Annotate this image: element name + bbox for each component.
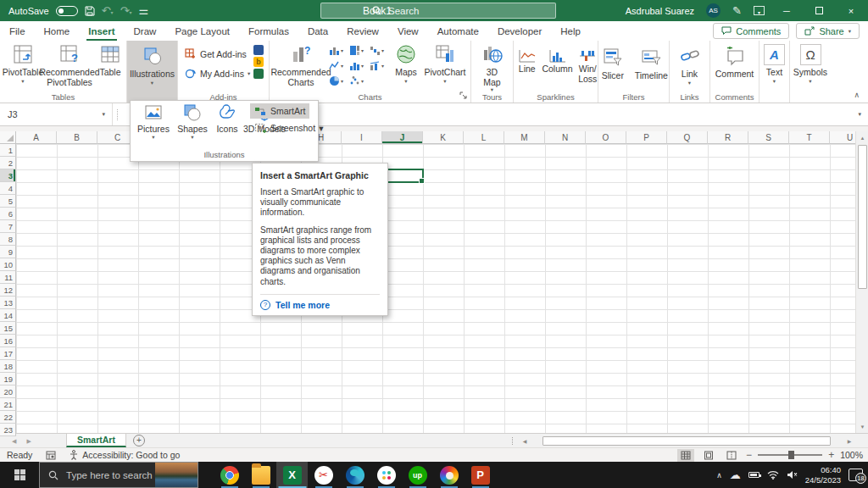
- ribbon-tab[interactable]: Draw: [125, 21, 166, 41]
- pivottable-button[interactable]: PivotTable ▾: [3, 41, 43, 85]
- slicer-button[interactable]: Slicer: [598, 44, 627, 80]
- onedrive-cloud-icon[interactable]: ☁: [730, 469, 741, 481]
- row-header[interactable]: 18: [0, 360, 16, 373]
- minimize-button[interactable]: ─: [776, 0, 797, 21]
- ribbon-tab[interactable]: View: [388, 21, 428, 41]
- insert-line-chart-button[interactable]: ▾: [329, 58, 349, 73]
- column-header[interactable]: O: [586, 131, 626, 144]
- column-header[interactable]: T: [789, 131, 830, 144]
- customize-quick-access-toolbar-icon[interactable]: ⚌: [139, 5, 149, 16]
- insert-waterfall-chart-button[interactable]: ▾: [370, 43, 390, 58]
- row-header[interactable]: 17: [0, 347, 16, 360]
- sheet-tab-smartart[interactable]: SmartArt: [66, 434, 126, 447]
- row-header[interactable]: 20: [0, 385, 16, 398]
- zoom-level[interactable]: 100%: [840, 450, 863, 460]
- scroll-left-icon[interactable]: ◀: [519, 435, 531, 446]
- column-header[interactable]: J: [382, 131, 423, 144]
- accessibility-status[interactable]: Accessibility: Good to go: [70, 450, 180, 460]
- sheet-grid[interactable]: [16, 144, 855, 433]
- row-header[interactable]: 12: [0, 284, 16, 297]
- column-header[interactable]: K: [423, 131, 464, 144]
- column-header[interactable]: N: [545, 131, 586, 144]
- taskbar-search-input[interactable]: Type here to search: [39, 462, 198, 488]
- share-button[interactable]: Share ▾: [796, 23, 860, 39]
- ribbon-tab[interactable]: Automate: [428, 21, 488, 41]
- insert-pie-chart-button[interactable]: ▾: [329, 74, 349, 88]
- taskbar-app-button[interactable]: [433, 462, 465, 488]
- ribbon-tab[interactable]: Developer: [488, 21, 551, 41]
- redo-icon[interactable]: ↷▾: [120, 5, 132, 16]
- taskbar-app-button[interactable]: [308, 462, 339, 488]
- column-header[interactable]: M: [504, 131, 545, 144]
- symbols-button[interactable]: Ω Symbols ▾: [791, 41, 830, 85]
- ribbon-tab[interactable]: Home: [35, 21, 80, 41]
- row-header[interactable]: 13: [0, 297, 16, 309]
- ribbon-tab[interactable]: File: [0, 21, 35, 41]
- row-header[interactable]: 19: [0, 373, 16, 385]
- taskbar-app-button[interactable]: [339, 462, 370, 488]
- row-header[interactable]: 23: [0, 424, 16, 436]
- expand-formula-bar-icon[interactable]: ▾: [858, 111, 861, 118]
- comment-button[interactable]: Comment: [711, 41, 759, 79]
- row-header[interactable]: 21: [0, 398, 16, 411]
- row-header[interactable]: 4: [0, 182, 16, 195]
- column-header[interactable]: I: [342, 131, 382, 144]
- insert-scatter-chart-button[interactable]: ▾: [349, 74, 370, 88]
- sparkline-line-button[interactable]: Line: [517, 46, 537, 74]
- row-header[interactable]: 11: [0, 271, 16, 284]
- pictures-menu-item[interactable]: Pictures ▾: [134, 103, 173, 141]
- pivotchart-button[interactable]: PivotChart ▾: [422, 41, 468, 85]
- wifi-icon[interactable]: [767, 470, 779, 480]
- page-layout-view-button[interactable]: [700, 449, 717, 462]
- screenshot-menu-item[interactable]: Screenshot ▾: [250, 120, 327, 136]
- next-sheet-icon[interactable]: ▶: [26, 438, 31, 445]
- collapse-ribbon-icon[interactable]: ∧: [854, 91, 860, 99]
- recommended-charts-button[interactable]: ? Recommended Charts: [273, 41, 329, 87]
- user-name[interactable]: Asdrubal Suarez: [626, 6, 694, 16]
- scroll-up-icon[interactable]: ▲: [856, 131, 868, 144]
- shapes-menu-item[interactable]: Shapes ▾: [175, 103, 210, 141]
- zoom-out-icon[interactable]: −: [746, 449, 752, 461]
- 3d-map-button[interactable]: 3D Map▾: [472, 41, 513, 93]
- icons-menu-item[interactable]: Icons: [212, 103, 242, 134]
- macro-record-icon[interactable]: [46, 451, 56, 460]
- row-header[interactable]: 14: [0, 309, 16, 322]
- my-addins-button[interactable]: My Add-ins ▾: [184, 67, 250, 80]
- sparkline-column-button[interactable]: Column: [542, 46, 573, 74]
- ribbon-tab[interactable]: Formulas: [239, 21, 298, 41]
- column-header[interactable]: L: [464, 131, 504, 144]
- get-addins-button[interactable]: Get Add-ins: [184, 47, 247, 60]
- recent-addin-green-icon[interactable]: [253, 69, 264, 79]
- row-header[interactable]: 6: [0, 208, 16, 220]
- row-header[interactable]: 1: [0, 144, 16, 157]
- new-sheet-icon[interactable]: +: [133, 435, 145, 446]
- table-button[interactable]: Table: [96, 41, 125, 77]
- recent-addin-icon[interactable]: [253, 45, 264, 55]
- maximize-button[interactable]: [809, 0, 829, 21]
- row-header[interactable]: 7: [0, 220, 16, 233]
- text-button[interactable]: A Text ▾: [760, 41, 789, 85]
- page-break-preview-button[interactable]: [723, 449, 740, 462]
- ribbon-tab[interactable]: Data: [298, 21, 337, 41]
- column-header[interactable]: A: [16, 131, 57, 144]
- normal-view-button[interactable]: [677, 449, 694, 462]
- illustrations-button[interactable]: Illustrations ▾: [127, 41, 177, 103]
- taskbar-app-button[interactable]: [402, 462, 433, 488]
- taskbar-app-button[interactable]: [370, 462, 402, 488]
- horizontal-scroll-thumb[interactable]: [542, 436, 831, 446]
- column-header[interactable]: R: [708, 131, 748, 144]
- vertical-scroll-thumb[interactable]: [858, 145, 867, 289]
- taskbar-clock[interactable]: 06:40 24/5/2023: [805, 465, 841, 485]
- taskbar-app-button[interactable]: [465, 462, 496, 488]
- row-header[interactable]: 15: [0, 322, 16, 335]
- volume-muted-icon[interactable]: [787, 470, 798, 480]
- search-input[interactable]: Search: [320, 3, 556, 19]
- column-header[interactable]: Q: [667, 131, 708, 144]
- save-icon[interactable]: [85, 6, 95, 16]
- start-button[interactable]: [0, 462, 39, 488]
- undo-icon[interactable]: ↶▾: [102, 5, 114, 16]
- link-button[interactable]: Link ▾: [670, 41, 709, 86]
- ribbon-tab[interactable]: Review: [337, 21, 388, 41]
- vertical-scrollbar[interactable]: ▲ ▼: [855, 131, 868, 433]
- ribbon-tab[interactable]: Help: [551, 21, 590, 41]
